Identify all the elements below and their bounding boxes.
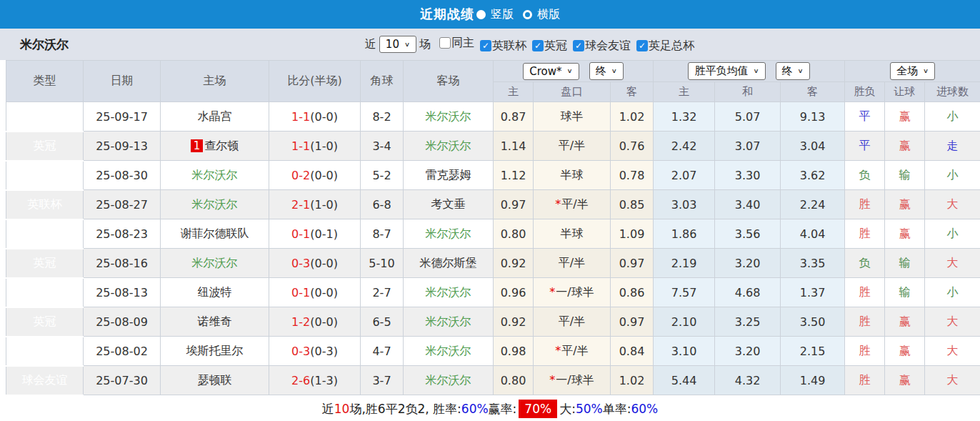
filter-checkbox-label[interactable]: 英联杯 [492,39,526,54]
fulltime-score: 2-6 [291,374,310,387]
footer-stat-segment: 近 [322,401,334,417]
chevron-down-icon: ∨ [404,41,410,48]
handicap-line: *一/球半 [534,366,611,395]
vertical-layout-label[interactable]: 竖版 [491,7,514,22]
away-team-name: 米尔沃尔 [426,314,471,328]
corner-score: 2-7 [361,278,404,307]
competition-badge: 英冠 [6,249,84,278]
match-count-select[interactable]: 10 ∨ [379,36,416,53]
footer-stat-segment: 50% [576,402,603,416]
vertical-layout-radio[interactable] [476,10,486,19]
filter-checkbox-label[interactable]: 英冠 [544,39,567,54]
away-team-name: 米尔沃尔 [426,139,471,152]
handicap-away-odds: 1.09 [611,219,654,249]
halftime-score: (0-1) [310,227,338,241]
result-handicap: 输 [885,249,925,278]
home-team-name: 瑟顿联 [198,373,232,387]
odds-home: 3.10 [654,337,715,366]
checkbox-checked-icon[interactable]: ✓ [573,40,584,51]
competition-badge: 英联杯 [6,278,84,307]
footer-stat-segment: 大: [559,401,576,417]
checkbox-checked-icon[interactable]: ✓ [480,40,491,51]
avg-source-select[interactable]: 胜平负均值 ∨ [688,62,765,80]
filter-checkbox-label[interactable]: 英足总杯 [649,39,694,54]
chevron-down-icon: ∨ [798,67,804,74]
away-team: 米尔沃尔 [404,132,494,161]
handicap-star: * [549,373,555,387]
odds-time-select[interactable]: 终 ∨ [589,62,624,80]
match-date: 25-08-27 [84,190,161,219]
odds-away: 2.15 [781,337,845,366]
match-row: 英冠25-08-30米尔沃尔0-2(0-0)5-2雷克瑟姆1.12半球0.782… [6,161,980,190]
handicap-home-odds: 0.87 [494,102,534,132]
footer-stat-segment: 10 [334,402,350,416]
handicap-home-odds: 0.96 [494,278,534,307]
checkbox-unchecked-icon[interactable] [439,37,451,49]
handicap-line-text: 半球 [561,168,584,182]
horizontal-layout-label[interactable]: 横版 [537,7,560,22]
halftime-score: (1-3) [310,374,338,387]
competition-checkbox-group: 同主✓英联杯✓英冠✓球会友谊✓英足总杯 [434,36,694,54]
handicap-line: *一/球半 [534,278,611,307]
halftime-score: (1-0) [310,198,338,212]
col-header-type: 类型 [6,61,84,102]
filter-checkbox-label[interactable]: 同主 [451,36,474,51]
col-header-corners: 角球 [361,61,404,102]
sub-header-handicap-result: 让球 [885,82,925,102]
match-date: 25-08-13 [84,278,161,307]
home-team-name: 米尔沃尔 [192,197,238,211]
result-goals: 大 [925,190,980,219]
match-row: 英联杯25-08-13纽波特0-1(0-0)2-7米尔沃尔0.96*一/球半0.… [6,278,980,307]
match-row: 球会友谊25-07-30瑟顿联2-6(1-3)3-7米尔沃尔0.80*一/球半1… [6,366,980,395]
home-team-name: 查尔顿 [204,139,239,152]
halftime-score: (0-0) [310,257,338,270]
avg-source-value: 胜平负均值 [694,64,748,78]
result-goals: 大 [925,337,980,366]
home-team: 埃斯托里尔 [161,337,269,366]
checkbox-checked-icon[interactable]: ✓ [636,40,648,51]
odds-draw: 3.40 [715,190,781,219]
result-outcome: 平 [845,102,885,132]
fulltime-score: 0-1 [291,227,310,241]
away-team: 米尔沃尔 [404,102,494,132]
result-outcome: 胜 [845,337,885,366]
filter-checkbox-label[interactable]: 球会友谊 [585,39,631,54]
score-cell: 2-1(1-0) [269,190,361,219]
score-cell: 0-1(0-1) [269,219,361,249]
handicap-line-text: 一/球半 [556,285,594,299]
odds-away: 3.04 [781,132,845,161]
result-outcome: 负 [845,161,885,190]
result-goals: 小 [925,278,980,307]
sub-header-odds-away: 客 [781,82,845,102]
sub-header-outcome: 胜负 [845,82,885,102]
scope-select[interactable]: 全场 ∨ [890,62,935,80]
halftime-score: (0-3) [310,345,338,358]
odds-draw: 4.68 [715,278,781,307]
result-handicap: 赢 [885,219,925,249]
away-team: 米尔沃尔 [404,278,494,307]
away-team-name: 雷克瑟姆 [426,168,471,182]
footer-stat-segment: 单率: [603,401,631,417]
away-team: 米尔沃尔 [404,219,494,249]
handicap-away-odds: 1.02 [611,102,654,132]
halftime-score: (0-0) [310,286,338,299]
horizontal-layout-radio[interactable] [523,10,532,19]
result-goals: 大 [925,307,980,337]
handicap-star: * [555,344,561,357]
handicap-line-text: 平/半 [559,139,585,152]
corner-score: 6-8 [361,190,404,219]
chevron-down-icon: ∨ [611,67,617,74]
handicap-away-odds: 0.97 [611,307,654,337]
away-team-name: 米尔沃尔 [426,285,471,299]
odds-source-select[interactable]: Crow* ∨ [523,63,579,80]
score-cell: 0-1(0-0) [269,278,361,307]
filter-bar: 米尔沃尔 近 10 ∨ 场 同主✓英联杯✓英冠✓球会友谊✓英足总杯 [0,29,980,60]
away-team-name: 米尔沃尔 [426,227,471,240]
result-handicap: 赢 [885,307,925,337]
score-cell: 2-6(1-3) [269,366,361,395]
odds-draw: 3.07 [715,132,781,161]
avg-time-select[interactable]: 终 ∨ [776,62,810,80]
handicap-home-odds: 0.92 [494,249,534,278]
checkbox-checked-icon[interactable]: ✓ [532,40,544,51]
fulltime-score: 0-2 [291,169,310,182]
